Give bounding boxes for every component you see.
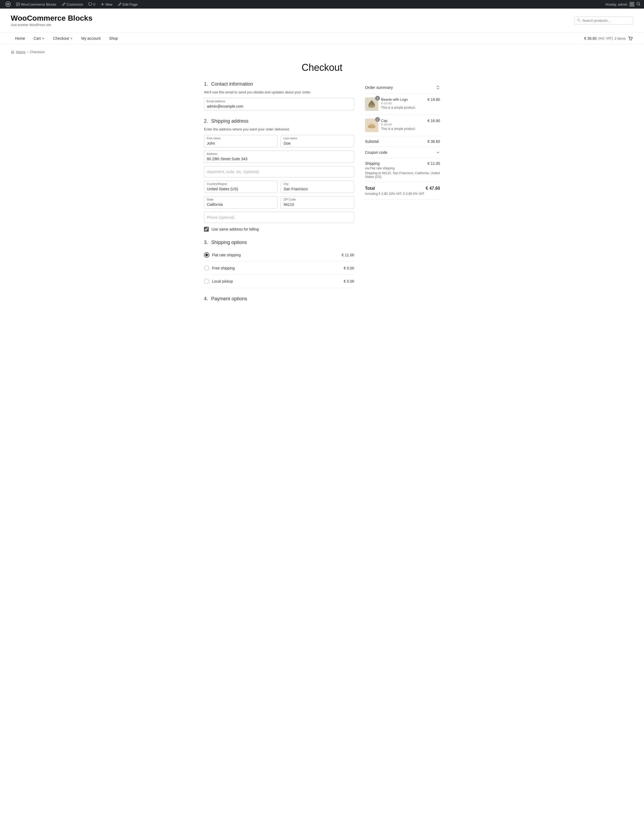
same-billing-label: Use same address for billing [211, 227, 259, 231]
nav-shop[interactable]: Shop [105, 32, 122, 44]
state-label: State [207, 198, 214, 201]
email-input[interactable] [204, 98, 354, 110]
cart-icon [627, 35, 633, 41]
comments-count: 0 [93, 2, 95, 6]
contact-section-header: 1. Contact information [204, 81, 354, 87]
search-icon[interactable] [636, 2, 641, 7]
billing-checkbox-row: Use same address for billing [204, 227, 354, 232]
shipping-summary-label: Shipping [365, 161, 380, 166]
shipping-flat-price: € 11.00 [342, 253, 354, 257]
checkout-dropdown-icon [70, 37, 73, 40]
shipping-free-radio[interactable] [204, 266, 209, 271]
zip-field: ZIP Code [281, 196, 354, 208]
cap-info: Cap € 18.90 This is a simple product. [381, 118, 425, 132]
coupon-chevron-icon[interactable] [436, 150, 440, 155]
total-value: € 47.60 [426, 186, 440, 191]
subtotal-label: Subtotal [365, 139, 379, 144]
shipping-option-free[interactable]: Free shipping € 0.00 [204, 262, 354, 275]
subtotal-row: Subtotal € 36.60 [365, 136, 440, 147]
shipping-flat-label: Flat rate shipping [212, 253, 241, 257]
customize-link[interactable]: Customize [59, 0, 85, 9]
state-zip-row: State ZIP Code [204, 196, 354, 208]
payment-section-title: Payment options [211, 296, 247, 302]
woocommerce-blocks-link[interactable]: WooCommerce Blocks [14, 0, 59, 9]
cap-name: Cap [381, 118, 425, 123]
shipping-local-radio[interactable] [204, 278, 209, 284]
shipping-flat-radio[interactable] [204, 252, 209, 258]
wp-logo[interactable]: W [3, 0, 13, 9]
shipping-free-left: Free shipping [204, 266, 235, 271]
site-tagline: Just another WordPress site [11, 23, 92, 27]
comments-link[interactable]: 0 [86, 0, 97, 9]
payment-section: 4. Payment options [204, 296, 354, 302]
admin-avatar [630, 2, 634, 7]
beanie-image: 1 [365, 98, 378, 111]
howdy-text: Howdy, admin [606, 2, 627, 6]
beanie-qty-badge: 1 [375, 96, 380, 101]
contact-section-title: Contact information [211, 81, 253, 87]
shipping-section-title: Shipping address [211, 118, 248, 124]
city-field: City [281, 181, 354, 193]
address2-input[interactable] [204, 166, 354, 178]
shipping-option-flat[interactable]: Flat rate shipping € 11.00 [204, 248, 354, 262]
same-billing-checkbox[interactable] [204, 227, 209, 232]
header-search-box[interactable] [574, 17, 633, 24]
contact-section: 1. Contact information We'll use this em… [204, 81, 354, 110]
address-input[interactable] [204, 150, 354, 163]
cart-price: € 36.60 [584, 36, 597, 40]
contact-section-number: 1. [204, 81, 208, 87]
city-label: City [283, 182, 288, 186]
city-input[interactable] [281, 181, 354, 193]
nav-home[interactable]: Home [11, 32, 29, 44]
svg-rect-14 [368, 126, 369, 127]
shipping-section-number: 2. [204, 118, 208, 124]
svg-text:W: W [7, 3, 10, 6]
admin-bar: W WooCommerce Blocks Customize 0 New Edi… [0, 0, 644, 9]
email-field-wrapper: Email address [204, 98, 354, 110]
subtotal-value: € 36.60 [427, 139, 440, 144]
page-title: Checkout [0, 57, 644, 81]
address-field: Address [204, 150, 354, 163]
address-label: Address [207, 152, 217, 155]
shipping-local-price: € 0.00 [344, 279, 354, 283]
site-nav: Home Cart Checkout My account Shop € 36.… [0, 32, 644, 45]
name-row: First name Last name [204, 135, 354, 147]
country-city-row: Country/Region City [204, 181, 354, 193]
svg-point-7 [631, 40, 632, 40]
svg-point-4 [637, 2, 640, 5]
shipping-row-top: Shipping € 11.00 [365, 161, 440, 166]
shipping-option-local[interactable]: Local pickup € 0.00 [204, 275, 354, 288]
contact-section-desc: We'll use this email to send you details… [204, 90, 354, 94]
new-link[interactable]: New [99, 0, 115, 9]
cap-price: € 16.80 [427, 118, 440, 132]
order-summary-chevron[interactable] [436, 85, 440, 90]
site-title[interactable]: WooCommerce Blocks [11, 14, 92, 22]
nav-my-account[interactable]: My account [77, 32, 105, 44]
shipping-summary-row: Shipping € 11.00 via Flat rate shipping … [365, 158, 440, 182]
first-name-label: First name [207, 137, 221, 140]
search-icon [577, 19, 581, 22]
nav-checkout[interactable]: Checkout [49, 32, 77, 44]
search-input[interactable] [582, 19, 630, 22]
shipping-local-left: Local pickup [204, 278, 233, 284]
phone-input[interactable] [204, 212, 354, 223]
shipping-local-label: Local pickup [212, 279, 233, 283]
nav-cart-summary[interactable]: € 36.60 (incl. VAT) 2 items [584, 35, 633, 41]
state-input[interactable] [204, 196, 278, 208]
zip-label: ZIP Code [283, 198, 296, 201]
admin-bar-right: Howdy, admin [606, 2, 641, 7]
checkout-form: 1. Contact information We'll use this em… [204, 81, 354, 310]
breadcrumb-home[interactable]: Home [16, 50, 26, 54]
nav-cart[interactable]: Cart [29, 32, 49, 44]
address2-field [204, 166, 354, 178]
coupon-label: Coupon code [365, 150, 387, 155]
edit-page-link[interactable]: Edit Page [116, 0, 140, 9]
site-branding: WooCommerce Blocks Just another WordPres… [11, 14, 92, 27]
woocommerce-label: WooCommerce Blocks [21, 2, 56, 6]
breadcrumb-current: Checkout [30, 50, 45, 54]
shipping-options-number: 3. [204, 240, 208, 245]
order-summary-header: Order summary [365, 81, 440, 94]
order-item-cap: 1 Cap € 18.90 This is a simple product. … [365, 115, 440, 136]
cap-image: 1 [365, 118, 378, 132]
coupon-row[interactable]: Coupon code [365, 147, 440, 158]
